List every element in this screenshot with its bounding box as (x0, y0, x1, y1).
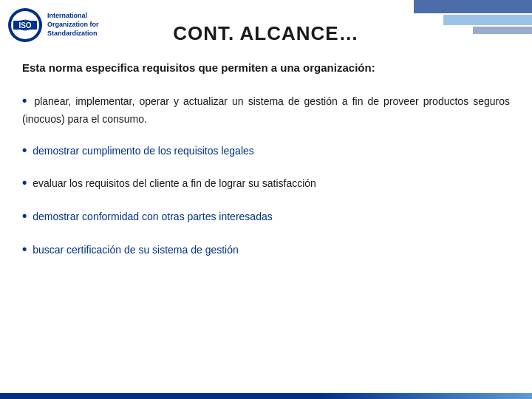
bullet-item-3: • evaluar los requisitos del cliente a f… (22, 172, 510, 194)
page-title: CONT. ALCANCE… (22, 22, 510, 45)
bullet-item-1: • planear, implementar, operar y actuali… (22, 90, 510, 128)
bullet-text-2: • demostrar cumplimento de los requisito… (22, 140, 510, 161)
bullet-text-5: • buscar certificación de su sistema de … (22, 239, 510, 260)
bullet-text-1: • planear, implementar, operar y actuali… (22, 90, 510, 128)
bullet-text-4: • demostrar conformidad con otras partes… (22, 205, 510, 227)
bullet-dot-3: • (22, 175, 27, 190)
bullet-item-5: • buscar certificación de su sistema de … (22, 239, 510, 260)
deco-bar-1 (414, 0, 532, 13)
bottom-decoration-bar (0, 393, 532, 399)
page-container: ISO International Organization for Stand… (0, 0, 532, 399)
subtitle-text: Esta norma especifica requisitos que per… (22, 60, 510, 77)
main-content: CONT. ALCANCE… Esta norma especifica req… (0, 15, 532, 272)
bullet-dot-2: • (22, 143, 27, 157)
bullet-item-2: • demostrar cumplimento de los requisito… (22, 140, 510, 161)
bullet-item-4: • demostrar conformidad con otras partes… (22, 205, 510, 227)
bullet-dot-4: • (22, 208, 27, 223)
bullet-dot-1: • (22, 93, 27, 108)
bullet-dot-5: • (22, 242, 27, 256)
bullet-text-3: • evaluar los requisitos del cliente a f… (22, 172, 510, 194)
